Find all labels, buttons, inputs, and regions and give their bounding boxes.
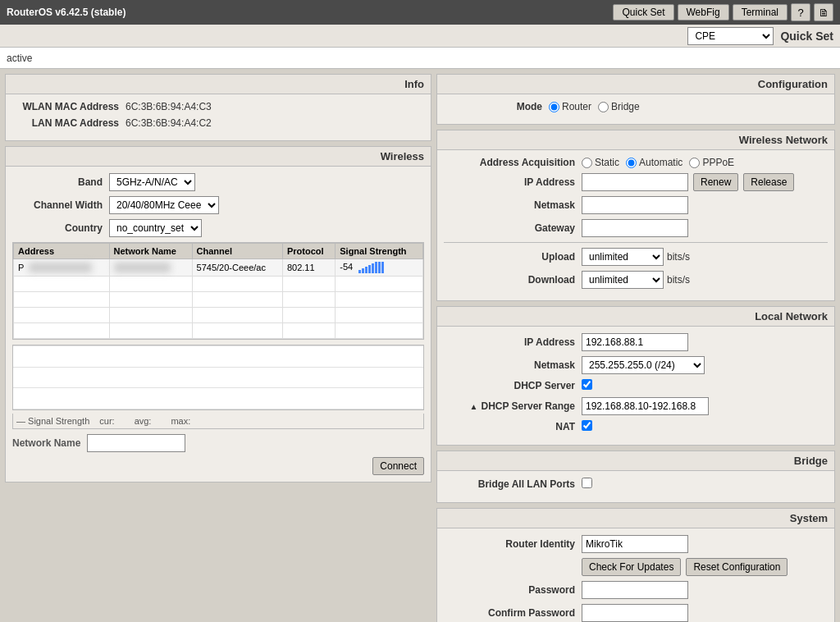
- dhcp-server-row: DHCP Server: [444, 379, 828, 392]
- dhcp-server-label: DHCP Server: [444, 380, 575, 391]
- help-button[interactable]: ?: [791, 3, 810, 21]
- local-ip-input[interactable]: [582, 333, 688, 351]
- cell-protocol: 802.11: [282, 259, 335, 277]
- acq-static-radio[interactable]: [582, 158, 592, 168]
- status-text: active: [7, 53, 32, 64]
- local-net-section: Local Network IP Address Netmask 255.255…: [436, 306, 835, 450]
- mode-router-radio[interactable]: [549, 102, 559, 112]
- bridge-all-checkbox[interactable]: [582, 478, 592, 488]
- system-body: Router Identity Check For Updates Reset …: [436, 528, 835, 622]
- wnet-gateway-input[interactable]: [582, 219, 688, 237]
- network-name-row: Network Name: [12, 434, 424, 452]
- bridge-all-row: Bridge All LAN Ports: [444, 478, 828, 491]
- router-identity-input[interactable]: [582, 535, 688, 553]
- cell-network-name: NetworkName: [109, 259, 192, 277]
- router-identity-row: Router Identity: [444, 535, 828, 553]
- download-row: Download unlimited 1M 2M bits/s: [444, 271, 828, 289]
- cur-label: cur:: [99, 416, 114, 426]
- mode-bridge-option[interactable]: Bridge: [598, 101, 640, 112]
- country-select-wrapper: no_country_set united states germany: [103, 219, 424, 237]
- download-label: Download: [444, 274, 575, 286]
- upload-controls: unlimited 1M 2M bits/s: [575, 248, 828, 266]
- mode-router-option[interactable]: Router: [549, 101, 591, 112]
- app-title: RouterOS v6.42.5 (stable): [7, 7, 126, 18]
- signal-chart: [12, 345, 424, 410]
- acq-pppoe-radio[interactable]: [689, 158, 700, 168]
- channel-width-row: Channel Width 20/40/80MHz Ceee 20MHz 40M…: [12, 196, 424, 214]
- bridge-section: Bridge Bridge All LAN Ports: [436, 450, 835, 508]
- nat-label: NAT: [444, 421, 575, 432]
- dhcp-range-expand-icon[interactable]: ▲: [470, 402, 478, 411]
- system-section: System Router Identity Check For Updates…: [436, 508, 835, 622]
- confirm-password-input[interactable]: [582, 604, 688, 622]
- mode-router-label: Router: [562, 101, 591, 112]
- acq-auto-option[interactable]: Automatic: [626, 157, 682, 168]
- wireless-section: Wireless Band 5GHz-A/N/AC 2GHz-B/G/N Cha…: [5, 146, 431, 483]
- book-button[interactable]: 🗎: [814, 3, 833, 21]
- confirm-password-label: Confirm Password: [444, 607, 575, 619]
- chart-line-2: [13, 367, 423, 368]
- channel-width-select-wrapper: 20/40/80MHz Ceee 20MHz 40MHz 80MHz: [103, 196, 424, 214]
- address-blurred: 192.168.88.255: [29, 263, 91, 272]
- upload-select[interactable]: unlimited 1M 2M: [582, 248, 664, 266]
- nat-checkbox[interactable]: [582, 420, 592, 431]
- country-select[interactable]: no_country_set united states germany: [109, 219, 202, 237]
- acquisition-radio-group: Static Automatic PPPoE: [575, 157, 828, 168]
- mode-bridge-radio[interactable]: [598, 102, 609, 112]
- wlan-mac-value: 6C:3B:6B:94:A4:C3: [119, 101, 424, 112]
- quickset-button[interactable]: Quick Set: [613, 4, 673, 21]
- lan-mac-value: 6C:3B:6B:94:A4:C2: [119, 117, 424, 129]
- webfig-button[interactable]: WebFig: [678, 4, 729, 21]
- local-netmask-label: Netmask: [444, 359, 575, 371]
- wnet-ip-controls: Renew Release: [575, 173, 828, 191]
- mode-row: Mode Router Bridge: [444, 101, 828, 112]
- release-button[interactable]: Release: [743, 173, 794, 191]
- nat-checkbox-wrapper: [575, 420, 828, 433]
- main-content: Info WLAN MAC Address 6C:3B:6B:94:A4:C3 …: [0, 69, 840, 622]
- network-name-input[interactable]: [87, 434, 185, 452]
- lan-mac-label: LAN MAC Address: [12, 117, 119, 129]
- acq-pppoe-option[interactable]: PPPoE: [689, 157, 734, 168]
- topbar-controls: Quick Set WebFig Terminal ? 🗎: [613, 3, 833, 21]
- acq-static-option[interactable]: Static: [582, 157, 619, 168]
- check-updates-button[interactable]: Check For Updates: [582, 558, 681, 576]
- bridge-all-checkbox-wrapper: [575, 478, 828, 491]
- channel-width-label: Channel Width: [12, 199, 103, 211]
- acq-auto-radio[interactable]: [626, 158, 637, 168]
- dhcp-range-row: ▲ DHCP Server Range: [444, 397, 828, 415]
- download-select[interactable]: unlimited 1M 2M: [582, 271, 664, 289]
- local-netmask-select[interactable]: 255.255.255.0 (/24) 255.255.0.0 (/16) 25…: [582, 356, 705, 374]
- wnet-netmask-input[interactable]: [582, 196, 688, 214]
- dhcp-server-checkbox[interactable]: [582, 379, 592, 390]
- connect-row: Connect: [12, 457, 424, 475]
- right-panel: Configuration Mode Router Bridge: [436, 74, 835, 617]
- router-identity-value: [575, 535, 828, 553]
- country-label: Country: [12, 222, 103, 234]
- wnet-ip-input[interactable]: [582, 173, 688, 191]
- system-header: System: [436, 508, 835, 528]
- wlan-mac-label: WLAN MAC Address: [12, 101, 119, 112]
- local-ip-value: [575, 333, 828, 351]
- reset-config-button[interactable]: Reset Configuration: [686, 558, 788, 576]
- password-value: [575, 581, 828, 599]
- local-netmask-value: 255.255.255.0 (/24) 255.255.0.0 (/16) 25…: [575, 356, 828, 374]
- dhcp-range-input[interactable]: [582, 397, 709, 415]
- cell-channel: 5745/20-Ceee/ac: [192, 259, 282, 277]
- terminal-button[interactable]: Terminal: [733, 4, 788, 21]
- renew-button[interactable]: Renew: [693, 173, 738, 191]
- signal-chart-grid: [13, 345, 423, 409]
- band-select[interactable]: 5GHz-A/N/AC 2GHz-B/G/N: [109, 173, 195, 191]
- profile-select[interactable]: CPE PTP Bridge WISP AP Home AP HomeAP du…: [687, 27, 774, 45]
- table-row[interactable]: P 192.168.88.255 NetworkName 5745/20-Cee…: [14, 259, 423, 277]
- wnet-gateway-row: Gateway: [444, 219, 828, 237]
- statusbar: active: [0, 48, 840, 69]
- wnet-ip-row: IP Address Renew Release: [444, 173, 828, 191]
- connect-button[interactable]: Connect: [372, 457, 424, 475]
- password-input[interactable]: [582, 581, 688, 599]
- avg-label: avg:: [135, 416, 152, 426]
- dhcp-range-value: [575, 397, 828, 415]
- cell-signal: -54: [336, 259, 423, 277]
- password-row: Password: [444, 581, 828, 599]
- channel-width-select[interactable]: 20/40/80MHz Ceee 20MHz 40MHz 80MHz: [109, 196, 219, 214]
- wlan-mac-row: WLAN MAC Address 6C:3B:6B:94:A4:C3: [12, 101, 424, 112]
